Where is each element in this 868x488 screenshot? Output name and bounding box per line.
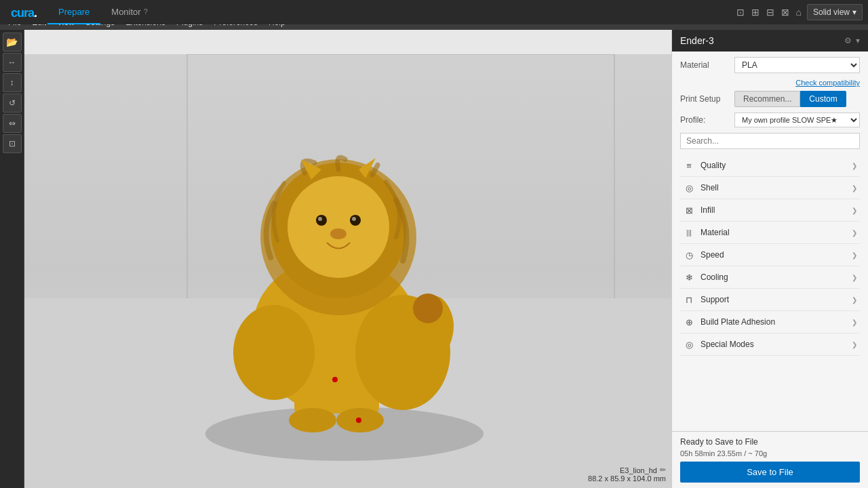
material-setting-label: Material bbox=[701, 228, 730, 237]
recommended-button[interactable]: Recommen... bbox=[734, 91, 800, 107]
setting-quality[interactable]: ≡ Quality ❯ bbox=[680, 155, 860, 177]
print-setup-section: Print Setup Recommen... Custom bbox=[680, 91, 860, 107]
app-header: cura. Prepare Monitor ? ⊡ ⊞ ⊟ ⊠ ⌂ Solid … bbox=[0, 0, 868, 24]
panel-settings-icon[interactable]: ⚙ bbox=[844, 36, 852, 45]
main-layout: 📂 ↔ ↕ ↺ ⇔ ⊡ bbox=[0, 30, 868, 488]
tool-scale[interactable]: ↕ bbox=[3, 73, 22, 92]
header-icon-5[interactable]: ⌂ bbox=[795, 5, 803, 19]
infill-label: Infill bbox=[701, 205, 715, 215]
bottom-info: E3_lion_hd ✏ 88.2 x 85.9 x 104.0 mm bbox=[588, 466, 666, 483]
material-arrow-icon: ❯ bbox=[852, 229, 857, 237]
special-modes-arrow-icon: ❯ bbox=[852, 341, 857, 348]
svg-point-19 bbox=[289, 408, 336, 432]
quality-icon: ≡ bbox=[683, 159, 695, 171]
setting-material[interactable]: ||| Material ❯ bbox=[680, 222, 860, 244]
edit-icon[interactable]: ✏ bbox=[660, 466, 666, 474]
svg-point-11 bbox=[288, 176, 389, 278]
header-icon-3[interactable]: ⊟ bbox=[765, 5, 776, 19]
setup-buttons-group: Recommen... Custom bbox=[734, 91, 846, 107]
infill-icon: ⊠ bbox=[683, 204, 695, 216]
header-icon-2[interactable]: ⊞ bbox=[750, 5, 761, 19]
svg-point-23 bbox=[413, 293, 443, 323]
build-plate-icon: ⊕ bbox=[683, 316, 695, 328]
svg-point-14 bbox=[318, 217, 322, 221]
panel-header-controls: ⚙ ▾ bbox=[844, 36, 860, 45]
build-plate-label: Build Plate Adhesion bbox=[701, 317, 775, 327]
print-material-val: 23.55m / ~ 70g bbox=[717, 449, 767, 458]
quality-label: Quality bbox=[701, 161, 726, 170]
infill-arrow-icon: ❯ bbox=[852, 207, 857, 214]
lion-svg bbox=[206, 122, 464, 434]
setting-infill[interactable]: ⊠ Infill ❯ bbox=[680, 199, 860, 222]
quality-arrow-icon: ❯ bbox=[852, 162, 857, 169]
header-icon-4[interactable]: ⊠ bbox=[780, 5, 791, 19]
svg-point-25 bbox=[356, 418, 361, 423]
custom-button[interactable]: Custom bbox=[800, 91, 846, 107]
panel-footer: Ready to Save to File 05h 58min 23.55m /… bbox=[672, 431, 868, 488]
panel-content: Material PLA ABS PETG Check compatibilit… bbox=[672, 52, 868, 431]
cooling-arrow-icon: ❯ bbox=[852, 274, 857, 281]
build-plate-arrow-icon: ❯ bbox=[852, 319, 857, 326]
print-setup-label: Print Setup bbox=[680, 94, 734, 104]
monitor-help-icon: ? bbox=[144, 7, 148, 16]
shell-arrow-icon: ❯ bbox=[852, 184, 857, 192]
print-stats: 05h 58min 23.55m / ~ 70g bbox=[680, 449, 860, 458]
tool-rotate[interactable]: ↺ bbox=[3, 94, 22, 113]
tool-mirror[interactable]: ⇔ bbox=[3, 114, 22, 133]
special-modes-icon: ◎ bbox=[683, 338, 695, 350]
header-icon-1[interactable]: ⊡ bbox=[735, 5, 746, 19]
tab-monitor[interactable]: Monitor ? bbox=[100, 0, 158, 24]
profile-select[interactable]: My own profile SLOW SPE★ bbox=[734, 113, 860, 127]
save-to-file-button[interactable]: Save to File bbox=[680, 462, 860, 483]
special-modes-label: Special Modes bbox=[701, 340, 754, 349]
profile-row: Profile: My own profile SLOW SPE★ bbox=[680, 113, 860, 127]
svg-point-15 bbox=[352, 217, 356, 221]
viewport: E3_lion_hd ✏ 88.2 x 85.9 x 104.0 mm bbox=[24, 30, 671, 488]
search-input[interactable] bbox=[680, 133, 860, 149]
support-icon: ⊓ bbox=[683, 293, 695, 306]
speed-label: Speed bbox=[701, 250, 724, 260]
support-arrow-icon: ❯ bbox=[852, 296, 857, 304]
shell-icon: ◎ bbox=[683, 182, 695, 194]
setting-support[interactable]: ⊓ Support ❯ bbox=[680, 289, 860, 311]
view-selector-dropdown[interactable]: Solid view ▾ bbox=[807, 4, 863, 20]
setting-special-modes[interactable]: ◎ Special Modes ❯ bbox=[680, 333, 860, 356]
chevron-down-icon: ▾ bbox=[852, 7, 856, 17]
profile-label: Profile: bbox=[680, 115, 734, 125]
shell-label: Shell bbox=[701, 183, 719, 192]
setting-cooling[interactable]: ❄ Cooling ❯ bbox=[680, 266, 860, 289]
settings-list: ≡ Quality ❯ ◎ Shell ❯ ⊠ bbox=[680, 155, 860, 356]
speed-icon: ◷ bbox=[683, 249, 695, 261]
material-select[interactable]: PLA ABS PETG bbox=[734, 57, 860, 73]
svg-point-22 bbox=[233, 305, 315, 400]
cooling-icon: ❄ bbox=[683, 271, 695, 283]
header-right: ⊡ ⊞ ⊟ ⊠ ⌂ Solid view ▾ bbox=[735, 4, 869, 20]
right-panel: Ender-3 ⚙ ▾ Material PLA ABS PETG Check … bbox=[671, 30, 868, 488]
tool-move[interactable]: ↔ bbox=[3, 53, 22, 72]
printer-name: Ender-3 bbox=[680, 35, 714, 46]
tab-prepare[interactable]: Prepare bbox=[47, 0, 100, 24]
model-name: E3_lion_hd bbox=[620, 466, 657, 474]
check-compatibility-link[interactable]: Check compatibility bbox=[680, 79, 860, 87]
svg-point-24 bbox=[332, 377, 338, 382]
panel-header: Ender-3 ⚙ ▾ bbox=[672, 30, 868, 52]
print-time: 05h 58min bbox=[680, 449, 715, 458]
tool-open[interactable]: 📂 bbox=[3, 33, 22, 52]
viewport-3d[interactable] bbox=[24, 54, 671, 488]
setting-build-plate[interactable]: ⊕ Build Plate Adhesion ❯ bbox=[680, 311, 860, 333]
svg-point-16 bbox=[330, 228, 347, 239]
setting-speed[interactable]: ◷ Speed ❯ bbox=[680, 244, 860, 266]
left-toolbar: 📂 ↔ ↕ ↺ ⇔ ⊡ bbox=[0, 30, 24, 488]
model-dimensions: 88.2 x 85.9 x 104.0 mm bbox=[588, 474, 666, 483]
tab-bar: Prepare Monitor ? bbox=[47, 0, 159, 24]
tool-support[interactable]: ⊡ bbox=[3, 134, 22, 153]
panel-chevron-icon[interactable]: ▾ bbox=[856, 36, 860, 45]
cooling-label: Cooling bbox=[701, 272, 728, 282]
lion-model bbox=[206, 122, 464, 434]
material-icon: ||| bbox=[683, 226, 695, 239]
material-row: Material PLA ABS PETG bbox=[680, 57, 860, 73]
setting-shell[interactable]: ◎ Shell ❯ bbox=[680, 177, 860, 199]
print-setup-row: Print Setup Recommen... Custom bbox=[680, 91, 860, 107]
save-info: Ready to Save to File 05h 58min 23.55m /… bbox=[680, 437, 860, 458]
model-name-bar: E3_lion_hd ✏ bbox=[588, 466, 666, 474]
